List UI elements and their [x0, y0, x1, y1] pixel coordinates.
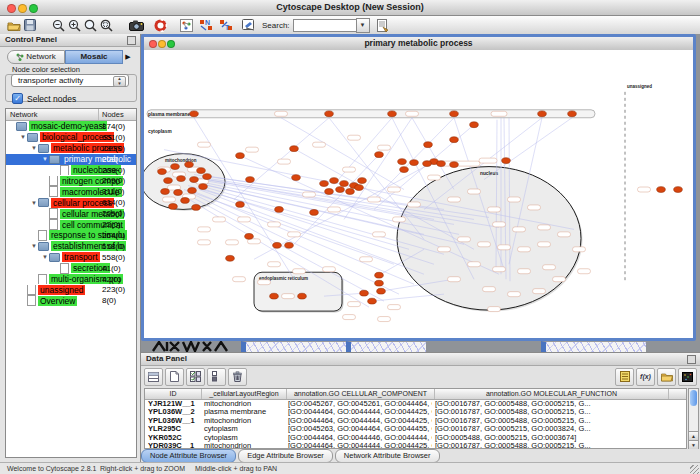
table-row[interactable]: YPL036W__2plasma membrane[GO:0044464, GO…: [145, 408, 686, 416]
graph-node[interactable]: [275, 207, 284, 213]
close-window-icon[interactable]: [149, 40, 157, 48]
background-window-thumbnail[interactable]: [346, 341, 426, 352]
help-ring-icon[interactable]: [152, 18, 168, 32]
tree-row[interactable]: ▼primary metabolic209(...: [6, 154, 136, 165]
tab-edge-attribute-browser[interactable]: Edge Attribute Browser: [238, 449, 333, 463]
graph-node[interactable]: [423, 161, 432, 167]
import-network-a-icon[interactable]: N: [198, 18, 214, 32]
graph-node[interactable]: [190, 177, 199, 183]
select-nodes-checkbox[interactable]: ✓: [12, 93, 23, 104]
zoom-selected-icon[interactable]: [82, 18, 98, 32]
tree-col-nodes[interactable]: Nodes: [102, 110, 124, 119]
tree-row[interactable]: secretion41(0): [6, 263, 136, 274]
graph-node[interactable]: [188, 188, 197, 194]
tree-row[interactable]: ▼metabolic process280(0): [6, 143, 136, 154]
tree-row[interactable]: ▼cellular process614(0): [6, 197, 136, 208]
graph-node[interactable]: [450, 162, 459, 168]
table-scrollbar[interactable]: ▲ ▼: [688, 388, 699, 449]
new-attribute-icon[interactable]: [165, 368, 184, 386]
table-row[interactable]: YDR039C__1mitochondrion[GO:0044464, GO:0…: [145, 442, 686, 449]
graph-node[interactable]: [270, 293, 279, 299]
graph-node[interactable]: [400, 167, 409, 173]
tree-row[interactable]: ▼establishment of lo558(0): [6, 241, 136, 252]
tree-row[interactable]: ▼biological_process651(0): [6, 132, 136, 143]
spreadsheet-icon[interactable]: [144, 368, 163, 386]
graph-node[interactable]: [285, 242, 294, 248]
graph-node[interactable]: [358, 178, 367, 184]
graph-node[interactable]: [346, 189, 355, 195]
expand-arrow-icon[interactable]: ▼: [41, 254, 49, 260]
expand-arrow-icon[interactable]: ▼: [30, 243, 38, 249]
network-window-titlebar[interactable]: primary metabolic process: [144, 37, 693, 51]
graph-node[interactable]: [290, 146, 299, 152]
resize-grip[interactable]: [690, 465, 699, 474]
expand-arrow-icon[interactable]: ▼: [41, 156, 49, 162]
tab-node-attribute-browser[interactable]: Node Attribute Browser: [141, 449, 236, 463]
network-view-window[interactable]: primary metabolic process plasma membran…: [141, 34, 696, 341]
graph-node[interactable]: [177, 176, 186, 182]
graph-node[interactable]: [424, 142, 433, 148]
minimize-window-icon[interactable]: [158, 40, 166, 48]
tree-row[interactable]: multi-organism pro42(0): [6, 274, 136, 285]
search-dropdown-arrow[interactable]: ▼: [356, 18, 370, 33]
graph-node[interactable]: [368, 298, 377, 304]
graph-node[interactable]: [336, 187, 345, 193]
graph-node[interactable]: [246, 177, 255, 183]
more-tabs-arrow-icon[interactable]: ▶: [123, 50, 133, 64]
snapshot-camera-icon[interactable]: [128, 18, 144, 32]
table-row[interactable]: YLR295Ccytoplasm[GO:0045263, GO:0044464,…: [145, 425, 686, 433]
graph-node[interactable]: [190, 111, 199, 117]
tab-network-attribute-browser[interactable]: Network Attribute Browser: [335, 449, 440, 463]
graph-node[interactable]: [320, 181, 329, 187]
graph-node[interactable]: [568, 111, 577, 117]
graph-node[interactable]: [470, 122, 479, 128]
save-session-icon[interactable]: [22, 18, 38, 32]
tree-row[interactable]: mosaic-demo-yeast874(0): [6, 121, 136, 132]
tree-row[interactable]: nucleobase-209(0): [6, 165, 136, 176]
graph-node[interactable]: [171, 164, 180, 170]
graph-node[interactable]: [502, 158, 511, 164]
graph-node[interactable]: [674, 187, 683, 193]
import-network-b-icon[interactable]: T: [218, 18, 234, 32]
graph-node[interactable]: [245, 233, 254, 239]
graph-node[interactable]: [398, 159, 407, 165]
tree-row[interactable]: ▼transport558(0): [6, 252, 136, 263]
search-input[interactable]: [293, 19, 356, 32]
graph-node[interactable]: [236, 153, 245, 159]
graph-node[interactable]: [360, 290, 369, 296]
graph-node[interactable]: [410, 160, 419, 166]
expand-arrow-icon[interactable]: ▼: [30, 145, 38, 151]
tab-mosaic[interactable]: Mosaic: [65, 50, 123, 64]
node-color-combo[interactable]: transporter activity ▲▼: [11, 74, 129, 87]
open-file-icon[interactable]: [6, 18, 22, 32]
col-cellular-layout-region[interactable]: _cellularLayoutRegion: [202, 389, 287, 399]
zoom-out-icon[interactable]: [50, 18, 66, 32]
expand-arrow-icon[interactable]: ▼: [30, 200, 38, 206]
graph-node[interactable]: [199, 184, 208, 190]
graph-node[interactable]: [325, 111, 334, 117]
graph-node[interactable]: [325, 189, 334, 195]
graph-node[interactable]: [330, 178, 339, 184]
delete-attribute-icon[interactable]: [228, 368, 247, 386]
tree-row[interactable]: cell communicat22(0): [6, 219, 136, 230]
table-row[interactable]: YJR121W__1mitochondrion[GO:0045267, GO:0…: [145, 400, 686, 408]
graph-node[interactable]: [164, 178, 173, 184]
tree-row[interactable]: Overview8(0): [6, 295, 136, 306]
overview-window-thumbnail[interactable]: [151, 341, 236, 352]
graph-node[interactable]: [388, 111, 397, 117]
graph-node[interactable]: [158, 169, 167, 175]
graph-node[interactable]: [273, 242, 282, 248]
search-report-icon[interactable]: [375, 18, 391, 32]
background-window-thumbnail[interactable]: [241, 341, 346, 352]
table-row[interactable]: YKR052Ccytoplasm[GO:0044464, GO:0044446,…: [145, 434, 686, 442]
graph-node[interactable]: [355, 185, 364, 191]
attribute-list-icon[interactable]: [615, 368, 634, 386]
graph-node[interactable]: [226, 255, 235, 261]
graph-node[interactable]: [203, 174, 212, 180]
zoom-window-icon[interactable]: [167, 40, 175, 48]
combo-stepper-icon[interactable]: ▲▼: [113, 76, 126, 87]
tree-col-network[interactable]: Network: [10, 110, 38, 119]
graph-node[interactable]: [236, 202, 245, 208]
tree-row[interactable]: nitrogen compo209(0): [6, 176, 136, 187]
scroll-down-icon[interactable]: ▼: [689, 440, 698, 449]
